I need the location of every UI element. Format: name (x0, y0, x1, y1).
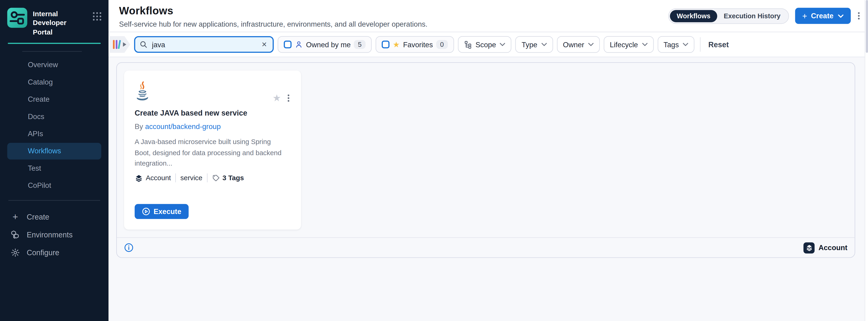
header-actions: Workflows Execution History + Create (669, 8, 861, 24)
card-actions: ★ (272, 93, 290, 103)
hierarchy-icon (464, 40, 472, 49)
java-logo-icon (135, 81, 150, 102)
gear-icon (11, 248, 20, 257)
sidebar-tool-create[interactable]: + Create (0, 208, 108, 226)
favorite-star-icon[interactable]: ★ (272, 93, 281, 103)
sidebar-nav: Overview Catalog Create Docs APIs Workfl… (0, 56, 108, 194)
favorites-count: 0 (436, 40, 448, 49)
reset-filters-button[interactable]: Reset (706, 40, 731, 49)
play-circle-icon (142, 207, 150, 216)
sidebar-item-workflows[interactable]: Workflows (7, 143, 101, 159)
search-icon (140, 40, 148, 48)
owner-label: Owner (563, 40, 584, 49)
favorites-filter[interactable]: ★ Favorites 0 (376, 36, 454, 53)
scope-dropdown[interactable]: Scope (458, 36, 512, 53)
tag-icon (212, 174, 220, 182)
workflow-meta-row: Account service 3 Tags (135, 174, 244, 182)
type-value: service (180, 174, 203, 182)
search-input[interactable] (151, 40, 260, 49)
internal-developer-portal-app: Internal Developer Portal Overview Catal… (0, 0, 868, 321)
create-button[interactable]: + Create (795, 8, 851, 24)
lifecycle-label: Lifecycle (610, 40, 638, 49)
sidebar-tool-environments[interactable]: Environments (0, 226, 108, 244)
chevron-down-icon (838, 14, 843, 17)
workflows-panel: ★ Create JAVA based new service By accou… (116, 62, 855, 258)
plus-icon: + (11, 212, 20, 222)
meta-divider (175, 174, 176, 182)
sidebar-tools: + Create Environments (0, 206, 108, 264)
filter-divider (700, 37, 701, 51)
workflow-title: Create JAVA based new service (135, 109, 290, 117)
chevron-down-icon (588, 43, 594, 46)
star-icon: ★ (393, 40, 400, 48)
toggle-workflows[interactable]: Workflows (670, 10, 717, 22)
vertical-scrollbar[interactable] (865, 0, 868, 321)
tags-label: Tags (663, 40, 679, 49)
sidebar-item-docs[interactable]: Docs (7, 108, 101, 125)
owner-dropdown[interactable]: Owner (557, 36, 600, 53)
card-menu-icon[interactable] (286, 93, 290, 103)
sidebar-divider-bottom (8, 200, 100, 200)
expand-arrow-icon (123, 42, 126, 46)
favorites-checkbox[interactable] (382, 40, 390, 48)
scrollbar-thumb[interactable] (865, 0, 868, 53)
sidebar-item-create[interactable]: Create (7, 91, 101, 108)
workflow-card[interactable]: ★ Create JAVA based new service By accou… (124, 71, 301, 229)
portal-logo[interactable] (7, 8, 27, 28)
plus-icon: + (802, 13, 807, 19)
meta-divider (207, 174, 207, 182)
scope-label: Scope (475, 40, 496, 49)
account-layers-icon (804, 242, 815, 253)
brand-title: Internal Developer Portal (33, 8, 87, 37)
layers-icon (135, 174, 143, 182)
scope-meta: Account (135, 174, 171, 182)
apps-grid-icon[interactable] (93, 12, 101, 21)
scope-value: Account (146, 174, 171, 182)
tags-meta[interactable]: 3 Tags (212, 174, 244, 182)
environments-icon (11, 230, 20, 240)
user-icon (295, 40, 303, 48)
toggle-execution-history[interactable]: Execution History (717, 10, 787, 22)
content-area: ★ Create JAVA based new service By accou… (108, 57, 868, 321)
info-icon[interactable] (124, 243, 133, 252)
sidebar-header: Internal Developer Portal (0, 0, 108, 43)
sliders-logo-icon (7, 8, 27, 28)
lifecycle-dropdown[interactable]: Lifecycle (604, 36, 654, 53)
sidebar: Internal Developer Portal Overview Catal… (0, 0, 108, 321)
account-badge[interactable]: Account (804, 242, 847, 253)
owned-by-me-label: Owned by me (306, 40, 350, 49)
favorites-label: Favorites (403, 40, 433, 49)
workflow-description: A Java-based microservice built using Sp… (135, 137, 286, 170)
chevron-down-icon (500, 43, 505, 46)
chevron-down-icon (683, 43, 688, 46)
sidebar-item-overview[interactable]: Overview (7, 57, 101, 73)
execute-button[interactable]: Execute (135, 204, 189, 219)
sidebar-accent-divider (8, 43, 101, 44)
workflow-byline: By account/backend-group (135, 122, 290, 131)
sidebar-item-copilot[interactable]: CoPilot (7, 177, 101, 194)
sidebar-tool-configure[interactable]: Configure (0, 244, 108, 262)
tags-dropdown[interactable]: Tags (657, 36, 694, 53)
type-dropdown[interactable]: Type (516, 36, 553, 53)
type-label: Type (522, 40, 537, 49)
search-box: ✕ (134, 36, 274, 53)
view-toggle: Workflows Execution History (669, 8, 789, 24)
owned-by-me-filter[interactable]: Owned by me 5 (278, 36, 372, 53)
create-button-label: Create (811, 11, 833, 20)
filter-bar: ✕ Owned by me 5 ★ Favorites 0 Scope Typ (108, 32, 868, 57)
tags-count: 3 Tags (222, 174, 244, 182)
sidebar-item-apis[interactable]: APIs (7, 126, 101, 142)
sidebar-item-catalog[interactable]: Catalog (7, 74, 101, 91)
owner-group-link[interactable]: account/backend-group (145, 122, 221, 131)
library-bars-icon (113, 40, 120, 49)
chevron-down-icon (541, 43, 547, 46)
owned-by-me-checkbox[interactable] (284, 40, 292, 48)
tool-label: Create (27, 213, 49, 221)
sidebar-item-test[interactable]: Test (7, 160, 101, 177)
tool-label: Environments (27, 231, 72, 239)
library-panel-expander[interactable] (110, 36, 130, 53)
clear-search-icon[interactable]: ✕ (260, 40, 268, 48)
more-options-icon[interactable] (857, 11, 861, 21)
page-header: Workflows Self-service hub for new appli… (108, 0, 868, 32)
chevron-down-icon (642, 43, 648, 46)
